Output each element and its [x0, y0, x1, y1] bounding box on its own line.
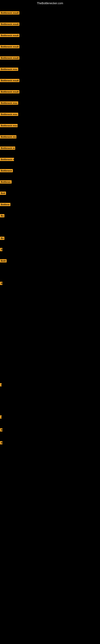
bottleneck-result-label: B — [0, 428, 2, 432]
bottleneck-result-label: Bottleneck resu — [0, 113, 18, 116]
bottleneck-result-label: Bottleneck result — [0, 22, 19, 26]
bottleneck-result-label: Bottleneck res — [0, 135, 16, 138]
bottleneck-result-label: Bottleneck result — [0, 90, 19, 94]
bottleneck-result-label: Bottleneck res — [0, 158, 14, 161]
bottleneck-result-label: Bottlenec — [0, 180, 12, 184]
bottleneck-result-label: Bottlene — [0, 203, 10, 206]
bottleneck-result-label: Bottleneck resu — [0, 102, 18, 105]
bottleneck-result-label: Bottleneck result — [0, 56, 19, 60]
bottleneck-result-label: Bottleneck result — [0, 45, 19, 48]
bottleneck-result-label: Bottleneck result — [0, 34, 19, 37]
bottleneck-result-label: | — [0, 383, 1, 386]
bottleneck-result-label: B — [0, 282, 2, 285]
bottleneck-result-label: Bottleneck resu — [0, 68, 18, 71]
bottleneck-result-label: Bottleneck resu — [0, 124, 18, 127]
bottleneck-result-label: B — [0, 248, 2, 251]
bottleneck-result-label: Bottleneck re — [0, 146, 15, 150]
bottleneck-result-label: Bo — [0, 214, 4, 217]
bottleneck-result-label: B — [0, 441, 2, 444]
bottleneck-result-label: Bottleneck result — [0, 11, 19, 14]
bottleneck-result-label: | — [0, 416, 1, 418]
bottleneck-result-label: Bottleneck result — [0, 79, 19, 82]
site-title: TheBottlenecker.com — [0, 0, 100, 6]
bottleneck-result-label: Bo — [0, 237, 4, 240]
bottleneck-result-label: Bott — [0, 192, 6, 195]
bottleneck-result-label: Bottleneck re — [0, 169, 13, 172]
bottleneck-result-label: Bottl — [0, 259, 7, 262]
